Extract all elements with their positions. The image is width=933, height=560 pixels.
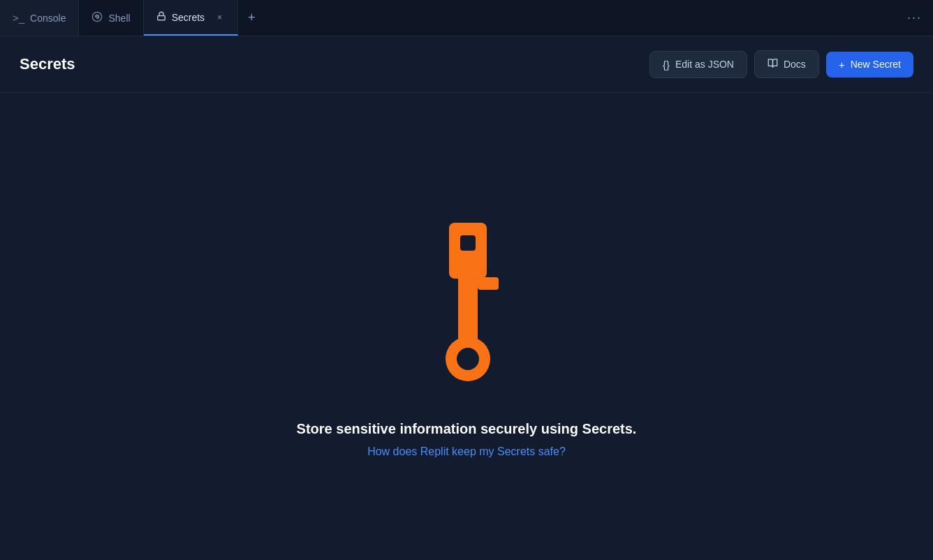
tab-bar: >_ Console Shell Secrets × + ··· xyxy=(0,0,933,36)
new-secret-label: New Secret xyxy=(851,59,901,70)
tab-bar-spacer xyxy=(265,0,896,36)
empty-state-text: Store sensitive information securely usi… xyxy=(297,421,637,458)
docs-button[interactable]: Docs xyxy=(754,50,819,78)
secrets-safe-link[interactable]: How does Replit keep my Secrets safe? xyxy=(367,445,566,457)
docs-icon xyxy=(767,58,778,71)
tab-shell[interactable]: Shell xyxy=(79,0,143,36)
tab-console[interactable]: >_ Console xyxy=(0,0,79,36)
page-title: Secrets xyxy=(20,55,75,73)
svg-point-0 xyxy=(96,16,98,18)
tab-add-button[interactable]: + xyxy=(238,0,265,36)
console-icon: >_ xyxy=(13,12,24,24)
tab-bar-menu-button[interactable]: ··· xyxy=(896,0,933,36)
key-icon-wrapper xyxy=(397,195,536,404)
svg-point-7 xyxy=(457,348,479,370)
json-icon: {} xyxy=(663,59,670,71)
empty-state: Store sensitive information securely usi… xyxy=(0,93,933,560)
tab-add-icon: + xyxy=(248,10,256,25)
plus-icon: + xyxy=(839,59,845,71)
edit-as-json-label: Edit as JSON xyxy=(675,59,734,70)
tab-secrets[interactable]: Secrets × xyxy=(144,0,238,36)
svg-rect-1 xyxy=(157,15,165,20)
header-actions: {} Edit as JSON Docs + New Secret xyxy=(649,50,913,78)
docs-label: Docs xyxy=(784,59,806,70)
main-content: Secrets {} Edit as JSON Docs + New Secre… xyxy=(0,36,933,560)
key-illustration-icon xyxy=(411,202,522,397)
tab-secrets-close[interactable]: × xyxy=(214,11,225,24)
edit-as-json-button[interactable]: {} Edit as JSON xyxy=(649,51,747,78)
lock-icon xyxy=(156,11,166,23)
new-secret-button[interactable]: + New Secret xyxy=(826,52,913,78)
tab-secrets-label: Secrets xyxy=(172,12,205,23)
tab-bar-menu-icon: ··· xyxy=(907,10,922,25)
tab-console-label: Console xyxy=(30,13,66,24)
page-header: Secrets {} Edit as JSON Docs + New Secre… xyxy=(0,36,933,93)
empty-state-heading: Store sensitive information securely usi… xyxy=(297,421,637,437)
svg-rect-5 xyxy=(478,277,499,290)
svg-rect-4 xyxy=(460,235,476,251)
tab-shell-label: Shell xyxy=(108,13,130,24)
shell-icon xyxy=(91,11,103,24)
